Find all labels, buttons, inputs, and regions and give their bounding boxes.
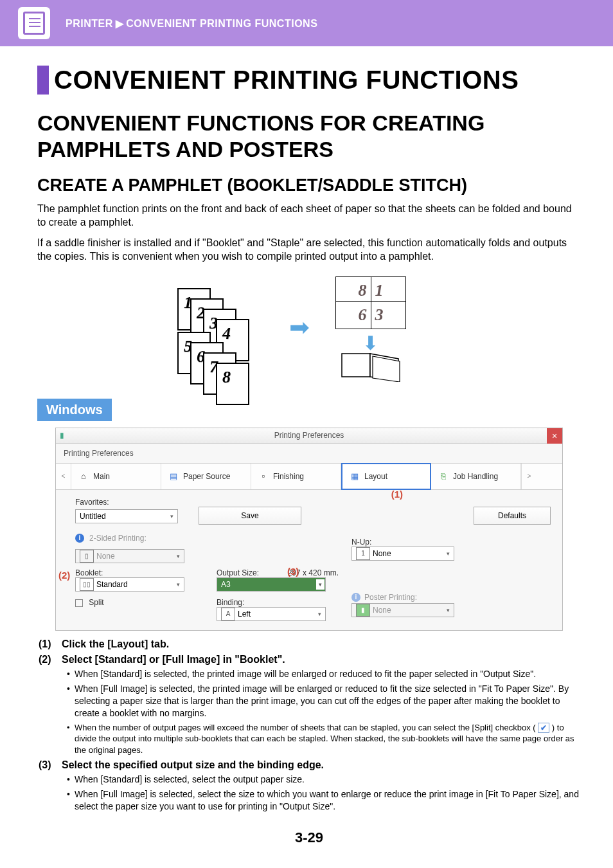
tab-finishing[interactable]: ▫ Finishing [251,464,341,489]
binding-select[interactable]: A Left ▾ [217,607,326,621]
top-banner: PRINTER▶CONVENIENT PRINTING FUNCTIONS [0,0,613,46]
step-2-head: Select [Standard] or [Full Image] in "Bo… [62,654,285,665]
chevron-down-icon: ▾ [447,607,450,613]
step-3-bullet-2: When [Full Image] is selected, select th… [68,788,581,813]
instruction-steps: (1)Click the [Layout] tab. (2)Select [St… [37,638,581,813]
checked-checkbox-icon: ✔ [538,723,549,733]
tab-nav-prev[interactable]: < [56,464,71,489]
tab-layout-label: Layout [364,472,387,481]
paragraph-1: The pamphlet function prints on the fron… [37,202,581,230]
section-heading-1: CONVENIENT FUNCTIONS FOR CREATING PAMPHL… [37,110,581,163]
tray-icon: ▤ [168,471,179,482]
tab-paper-source-label: Paper Source [183,472,230,481]
document-icon [18,7,50,39]
binding-label: Binding: [217,598,339,607]
paragraph-2: If a saddle finisher is installed and if… [37,236,581,264]
dialog-title: Printing Preferences [274,431,344,440]
favorites-label: Favorites: [75,498,191,507]
step-2-bullet-3: When the number of output pages will exc… [68,722,581,756]
step-3: (3)Select the specified output size and … [39,759,581,813]
dialog-titlebar: ▮ Printing Preferences × [56,428,562,444]
chevron-down-icon: ▾ [177,581,180,588]
output-size-label: Output Size: [217,568,259,577]
tab-job-handling[interactable]: ⎘ Job Handling [431,464,521,489]
step-3-bullet-1: When [Standard] is selected, select the … [68,773,581,786]
page-content: CONVENIENT PRINTING FUNCTIONS CONVENIENT… [0,46,613,859]
dialog-app-icon: ▮ [60,431,64,440]
step-1-num: (1) [39,638,62,650]
two-sided-value: None [96,552,115,561]
breadcrumb-category[interactable]: PRINTER [66,18,113,29]
page-number: 3-29 [37,829,581,846]
booklet-label: Booklet: [75,568,204,577]
twosided-icon: ▯ [80,550,94,563]
close-button[interactable]: × [547,428,562,444]
save-button[interactable]: Save [199,507,301,525]
favorites-value: Untitled [80,512,106,521]
chevron-down-icon: ▾ [177,553,180,559]
chevron-down-icon: ▾ [447,550,450,557]
defaults-button[interactable]: Defaults [474,507,551,525]
step-2-bullet-1: When [Standard] is selected, the printed… [68,668,581,680]
step-1-head: Click the [Layout] tab. [62,638,169,649]
chevron-down-icon: ▾ [316,579,324,590]
output-size-select[interactable]: A3 ▾ [217,577,326,592]
tab-finishing-label: Finishing [273,472,304,481]
nup-select[interactable]: 1 None ▾ [351,547,454,561]
job-icon: ⎘ [438,471,449,482]
breadcrumb: PRINTER▶CONVENIENT PRINTING FUNCTIONS [66,17,317,30]
split-label: Split [89,598,103,607]
step-1: (1)Click the [Layout] tab. [39,638,581,650]
tab-main[interactable]: ⌂ Main [71,464,161,489]
diagram-loose-sheets: 1 2 3 4 5 6 7 8 [173,279,283,375]
tab-strip: < ⌂ Main ▤ Paper Source ▫ Finishing ▦ La… [56,463,562,490]
dialog-subtitle: Printing Preferences [56,444,562,463]
poster-select: ▮ None ▾ [351,603,454,617]
poster-icon: ▮ [356,604,370,617]
page-title-block: CONVENIENT PRINTING FUNCTIONS [37,66,581,95]
step-3-num: (3) [39,759,62,771]
poster-label: Poster Printing: [364,593,417,602]
callout-1: (1) [391,489,403,500]
booklet-icon: ▯▯ [80,578,94,591]
info-icon[interactable]: i [75,534,84,543]
binding-value: Left [238,610,251,619]
step-2-num: (2) [39,654,62,665]
chevron-down-icon: ▾ [170,513,173,520]
step-3-head: Select the specified output size and the… [62,759,324,770]
split-checkbox[interactable] [75,599,83,607]
diagram-folded-output: 81 63 ⬇ [316,273,445,382]
printing-preferences-dialog: ▮ Printing Preferences × Printing Prefer… [55,428,563,631]
tab-layout[interactable]: ▦ Layout [341,463,431,490]
booklet-output-icon [335,350,413,382]
layout-grid-icon: ▦ [349,471,360,482]
chevron-down-icon: ▾ [318,611,321,617]
step-2: (2)Select [Standard] or [Full Image] in … [39,654,581,755]
binding-icon: A [221,608,235,620]
section-heading-2: CREATE A PAMPHLET (BOOKLET/SADDLE STITCH… [37,176,581,195]
callout-3: (3) [287,566,299,577]
favorites-select[interactable]: Untitled▾ [75,509,178,523]
nup-value: None [373,549,391,558]
two-sided-label: 2-Sided Printing: [89,534,147,543]
os-tag-windows: Windows [37,399,112,421]
output-size-value: A3 [221,580,231,589]
poster-value: None [373,606,391,615]
page-title: CONVENIENT PRINTING FUNCTIONS [54,66,519,95]
pamphlet-diagram: 1 2 3 4 5 6 7 8 ➡ 81 63 ⬇ [37,273,581,382]
tab-main-label: Main [93,472,110,481]
title-accent-bar [37,66,49,95]
page-icon: ▫ [258,471,269,482]
nup-icon: 1 [356,547,370,560]
breadcrumb-arrow-icon: ▶ [113,18,127,29]
booklet-value: Standard [96,580,128,589]
tab-nav-next[interactable]: > [521,464,537,489]
step-2-bullet-2: When [Full Image] is selected, the print… [68,683,581,719]
two-sided-select: ▯ None ▾ [75,549,184,563]
booklet-select[interactable]: ▯▯ Standard ▾ [75,577,184,592]
tab-job-handling-label: Job Handling [453,472,498,481]
callout-2: (2) [58,570,70,581]
tab-paper-source[interactable]: ▤ Paper Source [161,464,251,489]
nup-label: N-Up: [351,538,480,547]
breadcrumb-page[interactable]: CONVENIENT PRINTING FUNCTIONS [126,18,317,29]
